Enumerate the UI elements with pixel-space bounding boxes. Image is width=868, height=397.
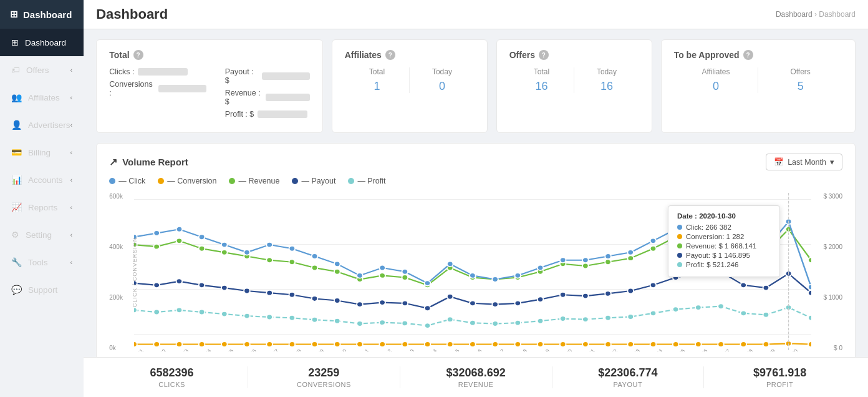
- svg-point-132: [221, 250, 228, 255]
- accounts-icon: 📊: [11, 175, 22, 185]
- dashboard-icon: ⊞: [11, 37, 19, 47]
- svg-text:2020-10-28: 2020-10-28: [731, 348, 755, 351]
- svg-point-148: [582, 263, 589, 268]
- svg-point-68: [176, 278, 183, 283]
- svg-point-175: [492, 277, 498, 282]
- sidebar-item-setting[interactable]: ⚙ Setting ‹: [0, 221, 84, 248]
- affiliates-today-value[interactable]: 0: [410, 80, 474, 93]
- svg-point-88: [628, 288, 634, 293]
- sidebar-item-tools[interactable]: 🔧 Tools ‹: [0, 248, 84, 276]
- total-help-icon[interactable]: ?: [133, 50, 143, 60]
- svg-text:2020-10-18: 2020-10-18: [505, 348, 529, 351]
- approve-offers-value[interactable]: 5: [758, 80, 842, 93]
- approve-card-title: To be Approved ?: [674, 50, 842, 60]
- bottom-stat-payout: $22306.774 PAYOUT: [552, 366, 705, 388]
- svg-point-182: [650, 238, 657, 243]
- sidebar-item-support[interactable]: 💬 Support: [0, 276, 84, 303]
- svg-point-163: [221, 242, 228, 247]
- approve-help-icon[interactable]: ?: [743, 50, 753, 60]
- affiliates-help-icon[interactable]: ?: [385, 50, 395, 60]
- svg-point-171: [402, 269, 408, 274]
- svg-point-48: [425, 341, 431, 346]
- y-axis-left: 600k400k200k0k: [109, 190, 134, 357]
- svg-point-100: [199, 310, 205, 315]
- y-left-label: 600k: [109, 193, 134, 200]
- svg-point-55: [582, 341, 589, 346]
- sidebar-item-advertisers[interactable]: 👤 Advertisers ‹: [0, 111, 84, 139]
- svg-point-106: [334, 318, 340, 323]
- svg-text:2020-10-27: 2020-10-27: [708, 348, 732, 351]
- sidebar-item-affiliates[interactable]: 👥 Affiliates ‹: [0, 84, 84, 111]
- y-left-label: 0k: [109, 345, 134, 351]
- svg-point-40: [244, 341, 250, 346]
- clicks-value: [138, 68, 188, 76]
- svg-text:2020-10-03: 2020-10-03: [166, 348, 190, 351]
- approve-affiliates-value[interactable]: 0: [674, 80, 758, 93]
- advertisers-icon: 👤: [11, 120, 22, 130]
- conversions-value: [158, 85, 206, 92]
- legend-label-click: — Click: [118, 177, 145, 185]
- svg-point-46: [380, 341, 386, 346]
- reports-icon: 📈: [11, 202, 22, 212]
- approve-offers-col: Offers 5: [758, 67, 842, 93]
- bottom-stat-value: $9761.918: [704, 366, 856, 380]
- svg-point-52: [515, 341, 521, 346]
- svg-point-111: [447, 316, 453, 321]
- sidebar-item-billing[interactable]: 💳 Billing ‹: [0, 139, 84, 166]
- legend-dot-conversion: [158, 178, 164, 184]
- svg-point-50: [470, 341, 476, 346]
- svg-text:2020-10-16: 2020-10-16: [460, 348, 484, 351]
- sidebar-logo[interactable]: ⊞ Dashboard: [0, 0, 84, 29]
- offers-total-value[interactable]: 16: [509, 80, 574, 93]
- calendar-icon: 📅: [774, 157, 784, 167]
- svg-point-150: [628, 255, 634, 260]
- tooltip-profit-dot: [677, 262, 682, 267]
- svg-point-123: [718, 303, 724, 308]
- svg-point-45: [357, 341, 363, 346]
- svg-point-86: [582, 293, 589, 298]
- tooltip-conversion: Conversion: 1 282: [677, 233, 771, 240]
- svg-point-70: [221, 285, 228, 290]
- total-card-title: Total ?: [109, 50, 310, 60]
- sidebar-label-accounts: Accounts: [28, 175, 63, 185]
- date-filter-button[interactable]: 📅 Last Month ▾: [766, 154, 842, 170]
- svg-point-99: [176, 308, 183, 313]
- svg-point-135: [289, 260, 296, 265]
- chevron-icon: ‹: [70, 121, 73, 129]
- svg-point-62: [741, 341, 747, 346]
- legend-item-profit: — Profit: [348, 177, 385, 185]
- svg-point-105: [312, 317, 318, 322]
- affiliates-total-value[interactable]: 1: [345, 80, 409, 93]
- svg-point-59: [673, 341, 679, 346]
- svg-text:2020-10-26: 2020-10-26: [686, 348, 710, 351]
- svg-point-67: [154, 283, 160, 288]
- y-right-label: $ 0: [811, 345, 842, 351]
- svg-point-87: [605, 291, 611, 296]
- sidebar-item-reports[interactable]: 📈 Reports ‹: [0, 194, 84, 221]
- svg-point-81: [470, 301, 476, 306]
- bottom-stat-revenue: $32068.692 REVENUE: [400, 366, 552, 388]
- sidebar-item-accounts[interactable]: 📊 Accounts ‹: [0, 166, 84, 194]
- svg-point-93: [741, 283, 747, 288]
- svg-point-118: [605, 315, 611, 320]
- svg-text:2020-10-24: 2020-10-24: [640, 348, 664, 351]
- bottom-stat-label: REVENUE: [400, 381, 552, 388]
- offers-help-icon[interactable]: ?: [539, 50, 549, 60]
- offers-today-value[interactable]: 16: [574, 80, 639, 93]
- sidebar-item-dashboard[interactable]: ⊞ Dashboard: [0, 29, 84, 56]
- legend-label-revenue: — Revenue: [238, 177, 279, 185]
- svg-point-39: [221, 341, 228, 346]
- svg-point-110: [425, 323, 431, 328]
- sidebar-item-offers[interactable]: 🏷 Offers ‹: [0, 56, 84, 84]
- sidebar-label-dashboard: Dashboard: [25, 38, 66, 47]
- legend-item-conversion: — Conversion: [158, 177, 216, 185]
- svg-point-78: [402, 301, 408, 306]
- breadcrumb-link-1[interactable]: Dashboard: [776, 10, 813, 19]
- svg-point-44: [334, 341, 340, 346]
- svg-point-114: [515, 320, 521, 325]
- svg-text:2020-10-01: 2020-10-01: [134, 348, 145, 351]
- offers-today-col: Today 16: [574, 67, 639, 93]
- svg-point-162: [199, 234, 205, 239]
- sidebar-label-advertisers: Advertisers: [28, 120, 70, 130]
- legend-label-payout: — Payout: [301, 177, 335, 185]
